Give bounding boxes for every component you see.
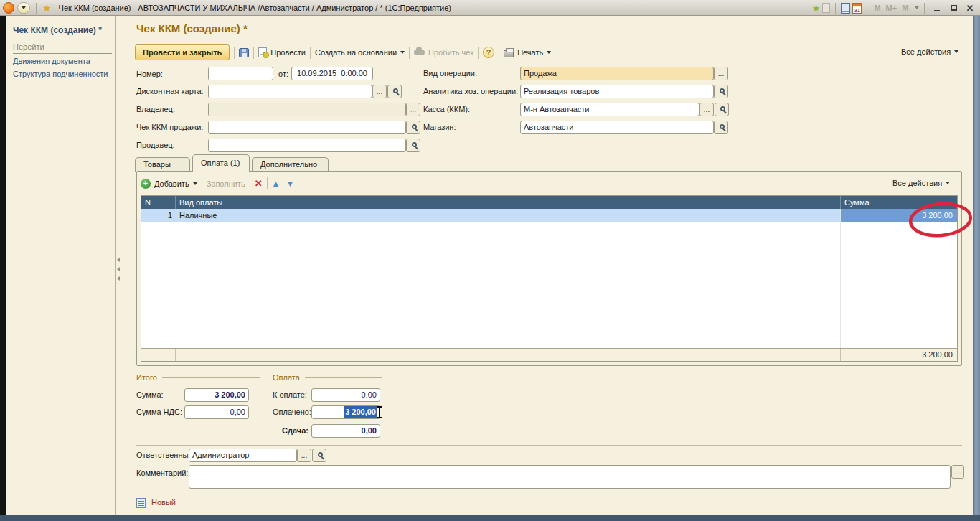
discount-card-input[interactable] [208, 85, 372, 98]
sum-label: Сумма: [136, 388, 164, 402]
divider [253, 47, 254, 59]
move-row-down-button[interactable]: ▼ [286, 179, 294, 189]
sale-check-search-button[interactable] [406, 121, 420, 134]
all-actions-button-payments[interactable]: Все действия [892, 179, 950, 187]
date-input[interactable]: 10.09.2015 0:00:00 [291, 67, 373, 80]
column-divider [840, 209, 841, 348]
post-button[interactable]: Провести [258, 47, 306, 57]
change-input[interactable]: 0,00 [311, 424, 380, 438]
kkm-search-button[interactable] [715, 103, 729, 116]
store-search-button[interactable] [714, 121, 728, 134]
number-input[interactable] [208, 67, 273, 80]
tab-goods[interactable]: Товары (1) [135, 157, 190, 172]
arrow-up-icon: ▲ [272, 179, 281, 189]
favorites-star-icon[interactable]: ★ [42, 2, 52, 14]
chevron-down-icon [22, 6, 26, 9]
seller-input[interactable] [208, 139, 406, 152]
move-row-up-button[interactable]: ▲ [272, 179, 281, 189]
owner-ellipsis-button[interactable]: ... [406, 103, 420, 116]
sum-input[interactable]: 3 200,00 [184, 388, 249, 402]
sidebar-splitter[interactable] [116, 16, 122, 515]
main-menu-button[interactable] [17, 2, 30, 14]
kkm-input[interactable]: М-н Автозапчасти [520, 103, 699, 116]
printer-icon [504, 50, 514, 57]
minimize-icon [934, 10, 940, 11]
operation-kind-ellipsis-button[interactable]: ... [714, 67, 728, 80]
table-row[interactable]: 1 Наличные 3 200,00 [141, 209, 957, 222]
post-and-close-button[interactable]: Провести и закрыть [135, 44, 230, 60]
column-header-amount[interactable]: Сумма [841, 196, 957, 209]
add-to-favorites-icon[interactable]: ★ [812, 3, 821, 14]
tab-payment[interactable]: Оплата (1) [192, 154, 250, 172]
chevron-down-icon[interactable] [915, 6, 919, 9]
chevron-down-icon [193, 182, 197, 185]
paid-input[interactable]: 3 200,00 [311, 405, 380, 419]
window-edge-bottom [0, 515, 980, 521]
create-on-basis-button[interactable]: Создать на основании [315, 48, 405, 57]
print-button[interactable]: Печать [504, 48, 551, 57]
chevron-down-icon [946, 182, 950, 184]
column-header-n[interactable]: N [141, 196, 176, 209]
vat-input[interactable]: 0,00 [184, 405, 249, 419]
search-icon [393, 88, 398, 93]
punch-check-button[interactable]: Пробить чек [414, 48, 473, 57]
to-pay-label: К оплате: [273, 388, 307, 402]
memory-add-button[interactable]: M+ [885, 4, 899, 12]
fill-button[interactable]: Заполнить [207, 179, 245, 188]
operation-kind-input[interactable]: Продажа [520, 67, 714, 80]
calendar-icon[interactable]: 31 [852, 3, 862, 14]
discount-card-search-button[interactable] [387, 85, 402, 98]
column-header-payment-type[interactable]: Вид оплаты [176, 196, 841, 209]
1c-logo-icon[interactable] [3, 2, 14, 14]
document-status-icon [136, 498, 146, 508]
seller-search-button[interactable] [406, 139, 420, 152]
memory-recall-button[interactable]: M [872, 4, 882, 12]
close-button[interactable]: ✕ [963, 2, 977, 14]
analytics-label: Аналитика хоз. операции: [423, 85, 518, 98]
print-label: Печать [517, 48, 543, 57]
divider [250, 177, 250, 189]
window-edge-right [973, 16, 980, 521]
responsible-search-button[interactable] [312, 449, 326, 462]
calculator-icon[interactable] [841, 3, 850, 14]
post-document-icon [258, 47, 267, 57]
sale-check-input[interactable] [208, 121, 406, 134]
sidebar-link-document-movements[interactable]: Движения документа [13, 57, 90, 65]
maximize-button[interactable] [946, 2, 961, 14]
analytics-search-button[interactable] [714, 85, 728, 98]
discount-card-ellipsis-button[interactable]: ... [372, 85, 387, 98]
divider [267, 177, 268, 189]
search-icon [720, 124, 725, 129]
responsible-ellipsis-button[interactable]: ... [297, 449, 311, 462]
to-pay-input[interactable]: 0,00 [311, 388, 380, 402]
analytics-input[interactable]: Реализация товаров [520, 85, 714, 98]
maximize-icon [951, 5, 957, 11]
all-actions-label: Все действия [892, 179, 942, 187]
help-button[interactable]: ? [483, 47, 494, 58]
all-actions-button-top[interactable]: Все действия [901, 47, 958, 56]
divider [867, 3, 867, 14]
kkm-ellipsis-button[interactable]: ... [699, 103, 714, 116]
delete-row-button[interactable]: ✕ [255, 178, 263, 189]
divider [234, 47, 235, 59]
chevron-down-icon [547, 51, 551, 54]
window-title: Чек ККМ (создание) - АВТОЗАПЧАСТИ У МИХА… [59, 4, 451, 12]
table-footer-row: 3 200,00 [141, 348, 957, 361]
sidebar-link-subordination-structure[interactable]: Структура подчиненности [13, 70, 108, 78]
comment-ellipsis-button[interactable]: ... [951, 465, 964, 479]
save-button[interactable] [239, 48, 249, 57]
all-actions-label: Все действия [901, 47, 951, 56]
tab-additional[interactable]: Дополнительно [252, 157, 329, 172]
memory-subtract-button[interactable]: M- [900, 4, 913, 12]
divider [499, 47, 499, 59]
comment-input[interactable] [189, 465, 951, 489]
owner-input[interactable] [208, 103, 406, 116]
cell-amount-selected[interactable]: 3 200,00 [841, 209, 957, 222]
chevron-down-icon [400, 51, 405, 54]
comment-label: Комментарий: [136, 466, 188, 480]
responsible-input[interactable]: Администратор [189, 449, 297, 462]
minimize-button[interactable] [930, 2, 944, 14]
divider [202, 177, 202, 189]
store-input[interactable]: Автозапчасти [520, 121, 714, 134]
add-row-button[interactable]: + Добавить [141, 179, 197, 189]
